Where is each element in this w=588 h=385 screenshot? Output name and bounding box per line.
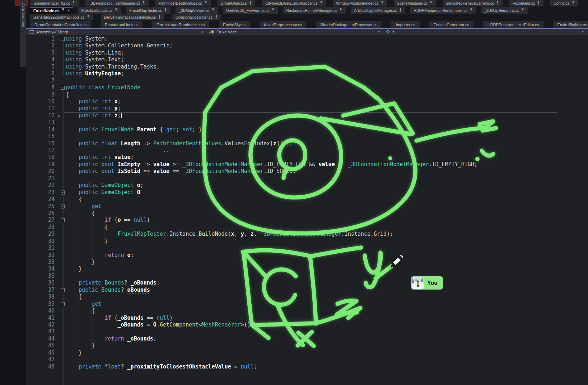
- code-line-24[interactable]: 24 {: [26, 196, 588, 203]
- code-line-34[interactable]: 34 }: [26, 266, 588, 272]
- code-line-15[interactable]: 15: [26, 133, 588, 140]
- pin-icon[interactable]: [319, 1, 323, 6]
- code-line-11[interactable]: 11 public int y;: [26, 105, 588, 112]
- fold-marker[interactable]: -: [61, 302, 65, 306]
- fold-marker[interactable]: -: [61, 218, 65, 222]
- tab-fencesgenerator-cs[interactable]: FencesGenerator.cs: [429, 21, 473, 28]
- tab-enviroskymgr-cs[interactable]: EnviroSkyMgr.cs: [553, 21, 588, 28]
- code-line-16[interactable]: 16 public float Length => PathfinderDept…: [26, 140, 588, 147]
- code-line-40[interactable]: 40 {: [26, 307, 588, 314]
- pin-icon[interactable]: [158, 15, 161, 20]
- code-line-20[interactable]: 20 public bool IsSolid => value == _3DFo…: [26, 168, 588, 175]
- pin-icon[interactable]: [87, 15, 90, 20]
- code-line-14[interactable]: 14 public FruxelNode Parent { get; set; …: [26, 126, 588, 133]
- chevron-down-icon[interactable]: ▾: [199, 30, 205, 34]
- code-line-19[interactable]: 19 public bool IsEmpty => value >= _3DFo…: [26, 161, 588, 168]
- code-line-37[interactable]: 37- public Bounds? oBounds: [26, 287, 588, 294]
- code-line-17[interactable]: 17 ..: [26, 147, 588, 154]
- code-line-33[interactable]: 33 }: [26, 259, 588, 266]
- tab-restaurantho-plemanager-cs[interactable]: RestaurantHo...pleManager.cs: [283, 7, 346, 14]
- tab-config-cs[interactable]: Config.cs: [550, 0, 578, 6]
- code-line-46[interactable]: 46 }: [26, 349, 588, 356]
- pin-icon[interactable]: [61, 8, 65, 13]
- fold-marker[interactable]: -: [61, 86, 65, 90]
- code-line-28[interactable]: 28 {: [26, 224, 588, 231]
- pin-icon[interactable]: [72, 1, 75, 6]
- code-line-23[interactable]: 23- public GameObject O: [26, 189, 588, 196]
- pin-icon[interactable]: [204, 1, 207, 6]
- tab-restauranthook-cs[interactable]: RestaurantHook.cs: [101, 21, 143, 28]
- data-sources-vertical-tab[interactable]: Data Sources: [20, 0, 26, 67]
- tab-hdrppostproc-randomizer-cs[interactable]: HDRPPostproc...Randomizer.cs: [410, 7, 476, 14]
- pin-icon[interactable]: [115, 8, 118, 13]
- tab-deliverysurfaceclasshelper-cs[interactable]: DeliverySurfaceClassHelper.cs: [101, 14, 164, 20]
- code-line-18[interactable]: 18 public int value;: [26, 154, 588, 161]
- tab-envirosky-cs[interactable]: EnviroSky.cs: [219, 21, 250, 28]
- pin-icon[interactable]: [339, 8, 342, 13]
- code-line-29[interactable]: 29 FruxelMapTester.Instance.BuildNode(x,…: [26, 231, 588, 238]
- pin-icon[interactable]: [215, 15, 218, 20]
- code-line-44[interactable]: 44 return _oBounds;: [26, 335, 588, 342]
- code-editor[interactable]: 1-using System;2using System.Collections…: [26, 35, 588, 385]
- tab--3dmapviewer-cs[interactable]: _3DMapViewer.cs: [176, 7, 218, 14]
- code-line-3[interactable]: 3using System.Linq;: [26, 50, 588, 56]
- code-line-38[interactable]: 38 {: [26, 294, 588, 300]
- tab-importer-cs[interactable]: Importer.cs: [391, 21, 419, 28]
- code-line-43[interactable]: 43: [26, 328, 588, 335]
- code-line-5[interactable]: 5using System.Threading.Tasks;: [26, 64, 588, 70]
- tab-assetpreprocessor-cs[interactable]: AssetPreprocessor.cs: [260, 21, 306, 28]
- tab-droneobject-cs[interactable]: DroneObject.cs: [218, 0, 255, 6]
- tab-collisionsubscriber-cs[interactable]: CollisionSubscriber.cs: [172, 14, 221, 20]
- code-line-12[interactable]: 12✎ public int z;: [26, 112, 588, 119]
- tab-fruxelmaptester-cs[interactable]: FruxelMapTester.cs: [126, 7, 171, 14]
- code-line-47[interactable]: 47: [26, 356, 588, 363]
- code-line-48[interactable]: 48 private float? _proximityToClosestObs…: [26, 363, 588, 370]
- tab-terrainlayerrandomizer-cs[interactable]: TerrainLayerRandomizer.cs: [152, 21, 209, 28]
- tab-windowpositionfinder-cs[interactable]: WindowPositionFinder.cs: [333, 0, 387, 6]
- fold-marker[interactable]: -: [61, 288, 65, 292]
- code-line-2[interactable]: 2using System.Collections.Generic;: [26, 42, 588, 49]
- tab-artificiallightsmanager-cs[interactable]: ArtificialLightsManager.cs: [351, 7, 405, 14]
- close-icon[interactable]: ×: [67, 9, 70, 13]
- code-line-35[interactable]: 35: [26, 273, 588, 280]
- tab-scenemanager-02-cs[interactable]: SceneManager_02.cs: [30, 0, 79, 6]
- tab-citygen3dgen-torwrapper-cs[interactable]: CityGen3DGen...torWrapper.cs: [262, 0, 326, 6]
- tab-pathfinderdepthvalues-cs[interactable]: PathfinderDepthValues.cs: [155, 0, 211, 6]
- code-line-41[interactable]: 41 if (_oBounds == null): [26, 315, 588, 321]
- member-dropdown[interactable]: z: [382, 29, 395, 35]
- tab-overflow-chevron[interactable]: ▾: [583, 23, 585, 26]
- pin-icon[interactable]: [470, 8, 473, 13]
- tab-droneorientationcontroller-cs[interactable]: DroneOrientationController.cs: [30, 21, 91, 28]
- tab--3dmaphierarchy-cs[interactable]: _3DMapHierarchy.cs: [481, 7, 528, 14]
- tab-simulatedfisheyecamera-cs[interactable]: SimulatedFisheyeCamera.cs: [443, 0, 503, 6]
- pin-icon[interactable]: [271, 8, 275, 13]
- code-line-1[interactable]: 1-using System;: [26, 36, 588, 42]
- code-line-13[interactable]: 13: [26, 119, 588, 126]
- pin-icon[interactable]: [521, 8, 524, 13]
- code-line-39[interactable]: 39- get: [26, 301, 588, 307]
- chevron-down-icon[interactable]: ▾: [376, 30, 382, 34]
- code-line-10[interactable]: 10 public int x;: [26, 98, 588, 105]
- fold-marker[interactable]: -: [61, 37, 65, 41]
- code-line-26[interactable]: 26 {: [26, 210, 588, 217]
- code-line-21[interactable]: 21: [26, 175, 588, 182]
- tab-myeditorscripts-cs[interactable]: MyEditorScripts.cs: [78, 7, 121, 14]
- pin-icon[interactable]: [381, 1, 384, 6]
- code-line-22[interactable]: 22 public GameObject o;: [26, 182, 588, 189]
- pin-icon[interactable]: [142, 1, 145, 6]
- tab-shaderpackage-stprocessor-cs[interactable]: ShaderPackage...stProcessor.cs: [316, 21, 382, 28]
- code-line-8[interactable]: 8-public class FruxelNode: [26, 84, 588, 91]
- code-line-36[interactable]: 36 private Bounds? _oBounds;: [26, 280, 588, 286]
- code-line-31[interactable]: 31: [26, 245, 588, 252]
- tab--3dfoundatio-delmanager-cs[interactable]: _3DFoundatio...delManager.cs: [85, 0, 149, 6]
- tab-hdrppostproc-izereditor-cs[interactable]: HDRPPostproc...izerEditor.cs: [483, 21, 543, 28]
- pin-icon[interactable]: [164, 8, 167, 13]
- pin-icon[interactable]: [496, 1, 499, 6]
- code-line-9[interactable]: 9{: [26, 91, 588, 98]
- fold-marker[interactable]: -: [61, 205, 65, 208]
- code-line-27[interactable]: 27- if (o == null): [26, 217, 588, 224]
- tab-generator2exportmaptools-cs[interactable]: Generator2ExportMapTools.cs: [30, 14, 93, 20]
- code-line-25[interactable]: 25- get: [26, 203, 588, 210]
- pin-icon[interactable]: [211, 8, 215, 13]
- project-dropdown[interactable]: Assembly-CSharp ▾: [26, 29, 205, 34]
